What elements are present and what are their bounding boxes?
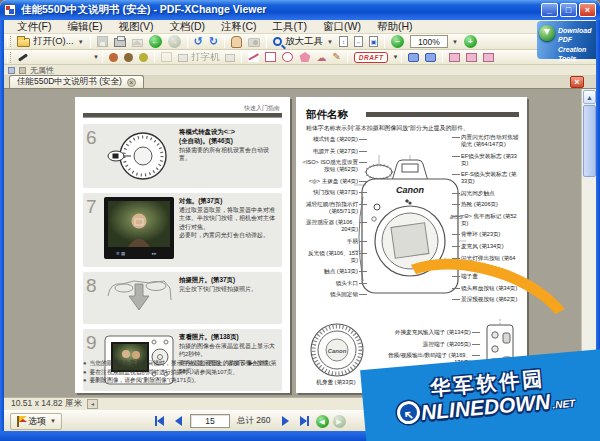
measure-area-button[interactable]	[480, 52, 497, 63]
zoom-level-combo[interactable]: 100% ▼	[407, 34, 461, 49]
scroll-up-icon[interactable]: ▲	[583, 90, 596, 104]
sound-tool-button[interactable]	[106, 52, 121, 63]
menu-item[interactable]: 视图(V)	[111, 20, 160, 34]
first-page-button[interactable]	[152, 414, 167, 429]
menu-item[interactable]: 帮助(H)	[370, 20, 420, 34]
menu-item[interactable]: 窗口(W)	[316, 20, 368, 34]
link-tool-button[interactable]	[405, 52, 422, 63]
draft-stamp-button[interactable]: DRAFT	[351, 51, 392, 64]
attach-tool-button[interactable]	[121, 52, 136, 63]
open-button[interactable]: 打开(O)... ▼	[14, 34, 87, 49]
part-label: 手柄	[301, 238, 367, 245]
close-document-button[interactable]: ×	[570, 76, 584, 88]
ellipse-icon	[282, 52, 293, 62]
part-label: <Θ> 焦平面标记 (第52页)	[452, 213, 522, 227]
pdf-page-left: 快速入门指南 6	[75, 97, 290, 393]
part-label: 闪光同步触点	[452, 190, 522, 197]
measure-perimeter-button[interactable]	[463, 52, 480, 63]
hand-tool-button[interactable]	[228, 35, 245, 49]
note-tool-button[interactable]	[158, 51, 175, 63]
left-page-notes: ●当您的眼睛靠近取景器目镜时，显示在液晶监视器上的拍摄设置会消失。 ●要在注视液…	[83, 359, 282, 385]
measure-distance-button[interactable]	[446, 52, 463, 63]
history-back-button[interactable]: ◀	[316, 415, 329, 428]
tab-close-icon[interactable]: ×	[127, 78, 136, 87]
watermark-tld: .NET	[552, 398, 576, 411]
window-border-left	[0, 20, 4, 441]
part-label: 热靴 (第206页)	[452, 201, 522, 208]
ellipse-tool-button[interactable]	[279, 51, 296, 63]
document-tab[interactable]: 佳能550D中文说明书 (安全) ×	[9, 75, 144, 88]
zoom-out-button[interactable]: −	[388, 34, 407, 49]
minimize-button[interactable]: _	[541, 3, 558, 17]
snapshot-button[interactable]	[245, 35, 263, 48]
part-label: 镜头卡口	[301, 280, 367, 287]
scrollbar-thumb[interactable]	[583, 105, 596, 177]
link-rect-tool-button[interactable]	[422, 52, 439, 63]
back-button[interactable]: ←	[146, 34, 165, 49]
menu-item[interactable]: 工具(T)	[266, 20, 314, 34]
pencil-tool-button[interactable]: ✎	[329, 50, 343, 64]
last-page-button[interactable]	[297, 414, 312, 429]
line-tool-button[interactable]	[245, 51, 262, 63]
fit-visible-button[interactable]: ▣	[366, 35, 381, 48]
forward-button[interactable]: →	[165, 34, 184, 49]
line-icon	[248, 52, 259, 62]
history-forward-button[interactable]: ▶	[333, 415, 346, 428]
menu-bar: 文件(F)编辑(E)视图(V)文档(D)注释(C)工具(T)窗口(W)帮助(H)	[4, 20, 596, 34]
zoom-level-value[interactable]: 100%	[410, 35, 448, 48]
home-icon	[132, 39, 143, 47]
fit-page-button[interactable]: ↕	[336, 35, 351, 48]
checkmark-tool-button[interactable]	[136, 52, 151, 63]
svg-text:Canon: Canon	[396, 185, 425, 195]
download-pdf-badge[interactable]: Download PDF Creation Tools	[537, 21, 597, 59]
pencil-icon: ✎	[332, 51, 340, 63]
maximize-button[interactable]: □	[560, 3, 577, 17]
open-dropdown-arrow[interactable]: ▼	[78, 39, 84, 45]
save-button[interactable]	[94, 35, 111, 48]
right-page-title: 部件名称	[306, 108, 348, 122]
svg-text:✲ ▦: ✲ ▦	[116, 251, 125, 256]
title-bar[interactable]: 佳能550D中文说明书 (安全) - PDF-XChange Viewer _ …	[0, 0, 600, 20]
flag-icon	[16, 416, 25, 427]
menu-item[interactable]: 编辑(E)	[60, 20, 109, 34]
polygon-tool-button[interactable]	[296, 51, 313, 63]
cloud-icon: ☁	[316, 52, 326, 63]
page-size-readout: 10.51 x 14.82 厘米	[11, 398, 82, 410]
menu-item[interactable]: 注释(C)	[214, 20, 264, 34]
properties-icon2[interactable]	[19, 67, 26, 74]
stamp-dropdown-arrow[interactable]: ▼	[93, 54, 99, 60]
zoom-tool-dropdown-arrow[interactable]: ▼	[327, 39, 333, 45]
fit-width-button[interactable]: ↔	[351, 35, 366, 48]
textbox-tool-button[interactable]	[222, 51, 238, 63]
options-button[interactable]: 选项 ▼	[10, 413, 62, 430]
home-button[interactable]	[129, 35, 146, 48]
zoom-in-button[interactable]: +	[461, 34, 480, 49]
menu-item[interactable]: 文件(F)	[10, 20, 58, 34]
options-dropdown-arrow[interactable]: ▼	[50, 418, 56, 424]
zoom-level-dropdown-arrow[interactable]: ▼	[452, 39, 458, 45]
svg-text:▸▸: ▸▸	[152, 251, 157, 256]
comment-toolbar: ▼ 打字机 ☁ ✎ DRAFT ▼	[4, 50, 596, 65]
previous-page-button[interactable]	[171, 414, 186, 429]
cloud-tool-button[interactable]: ☁	[313, 51, 329, 64]
toolbar-grip[interactable]	[7, 36, 11, 47]
stamp-tool-button[interactable]	[14, 50, 32, 64]
document-tab-bar: 佳能550D中文说明书 (安全) × ×	[4, 76, 596, 89]
back-arrow-icon: ←	[149, 35, 162, 48]
toolbar-grip[interactable]	[7, 52, 11, 63]
properties-icon[interactable]	[8, 67, 15, 74]
total-pages-label: 总计 260	[237, 415, 271, 427]
print-button[interactable]	[111, 35, 129, 48]
menu-item[interactable]: 文档(D)	[162, 20, 212, 34]
next-page-button[interactable]	[278, 414, 293, 429]
collapse-status-icon[interactable]: ◂	[87, 399, 98, 409]
rotate-cw-button[interactable]: ↻	[206, 34, 221, 49]
draft-dropdown-arrow[interactable]: ▼	[392, 54, 398, 60]
typewriter-button[interactable]: 打字机	[175, 50, 223, 65]
rectangle-tool-button[interactable]	[262, 51, 279, 63]
rotate-ccw-button[interactable]: ↺	[191, 34, 206, 49]
current-page-input[interactable]: 15	[190, 414, 230, 428]
step-8: 8 拍摄照片。(第37页) 完全按下快门按钮拍摄照片。	[83, 272, 282, 324]
zoom-tool-button[interactable]: 放大工具 ▼	[270, 34, 336, 49]
close-button[interactable]: ×	[579, 3, 596, 17]
